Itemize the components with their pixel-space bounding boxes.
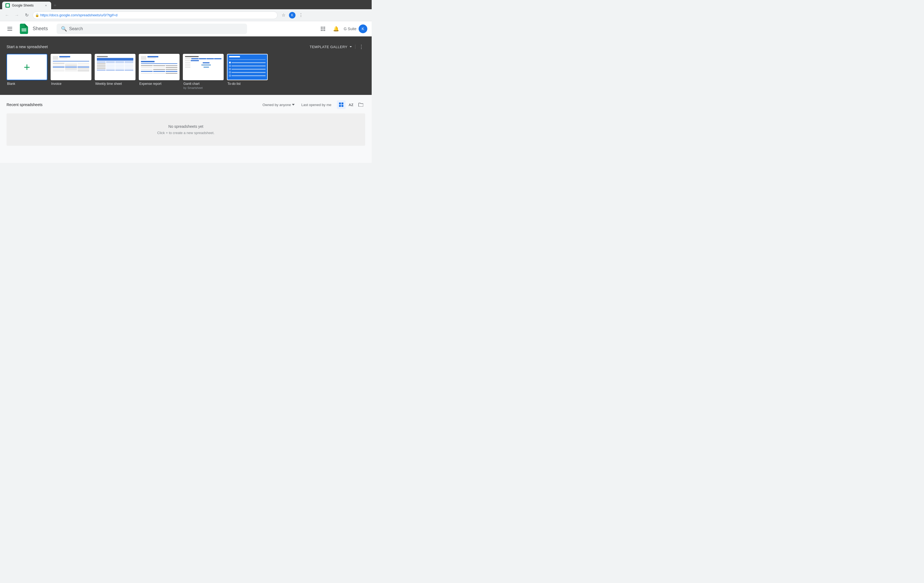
todo-thumbnail bbox=[227, 54, 268, 80]
recent-header: Recent spreadsheets Owned by anyone Last… bbox=[7, 100, 365, 109]
svg-rect-2 bbox=[7, 30, 12, 31]
template-todo[interactable]: To-do list bbox=[227, 54, 268, 86]
svg-rect-1 bbox=[7, 28, 12, 29]
section-header: Start a new spreadsheet TEMPLATE GALLERY… bbox=[7, 43, 365, 51]
notifications-button[interactable]: 🔔 bbox=[331, 23, 342, 34]
todo-thumb bbox=[228, 54, 267, 80]
expense-label: Expense report bbox=[139, 82, 180, 86]
lock-icon: 🔒 bbox=[35, 13, 39, 17]
search-placeholder: Search bbox=[69, 26, 83, 31]
svg-rect-0 bbox=[7, 27, 12, 28]
main-content: Start a new spreadsheet TEMPLATE GALLERY… bbox=[0, 36, 372, 95]
filter-chevron-icon bbox=[292, 104, 295, 105]
grid-view-button[interactable] bbox=[337, 100, 346, 109]
search-icon: 🔍 bbox=[61, 26, 67, 32]
gsuite-label: G Suite bbox=[344, 26, 356, 31]
empty-subtitle: Click + to create a new spreadsheet. bbox=[12, 131, 360, 135]
template-gantt[interactable]: Gantt chart by Smartsheet bbox=[183, 54, 224, 89]
svg-rect-6 bbox=[339, 102, 341, 104]
svg-rect-8 bbox=[339, 105, 341, 107]
sort-button[interactable]: Last opened by me bbox=[298, 101, 335, 109]
url-text: https://docs.google.com/spreadsheets/u/0… bbox=[40, 13, 117, 17]
start-section: Start a new spreadsheet TEMPLATE GALLERY… bbox=[0, 43, 372, 89]
templates-row: + Blank bbox=[7, 54, 365, 89]
address-bar-row: ← → ↻ 🔒 https://docs.google.com/spreadsh… bbox=[0, 9, 372, 21]
tab-title: Google Sheets bbox=[12, 3, 42, 7]
svg-rect-3 bbox=[21, 28, 26, 29]
hamburger-button[interactable] bbox=[4, 23, 15, 34]
todo-label: To-do list bbox=[227, 82, 268, 86]
header-right: 🔔 G Suite K bbox=[317, 23, 367, 34]
invoice-thumb bbox=[51, 54, 91, 80]
profile-button[interactable]: K bbox=[289, 12, 296, 19]
search-box[interactable]: 🔍 Search bbox=[56, 24, 247, 34]
invoice-label: Invoice bbox=[51, 82, 91, 86]
view-icons: AZ bbox=[337, 100, 365, 109]
app-header: Sheets 🔍 Search 🔔 G Suite K bbox=[0, 21, 372, 36]
empty-title: No spreadsheets yet bbox=[12, 124, 360, 128]
new-tab-button[interactable]: + bbox=[51, 2, 59, 9]
blank-thumbnail: + bbox=[7, 54, 47, 80]
blank-thumb: + bbox=[7, 54, 47, 80]
browser-tab-bar: Google Sheets × + bbox=[0, 0, 372, 9]
expense-thumbnail bbox=[139, 54, 180, 80]
toolbar-icons: ☆ K ⋮ bbox=[280, 12, 305, 19]
timesheet-thumb bbox=[95, 54, 135, 80]
timesheet-label: Weekly time sheet bbox=[95, 82, 135, 86]
bookmark-button[interactable]: ☆ bbox=[280, 12, 287, 19]
svg-rect-7 bbox=[342, 102, 343, 104]
template-gallery-button[interactable]: TEMPLATE GALLERY bbox=[310, 44, 353, 49]
template-expense[interactable]: Expense report bbox=[139, 54, 180, 86]
svg-rect-4 bbox=[21, 30, 26, 30]
refresh-button[interactable]: ↻ bbox=[23, 12, 30, 19]
back-button[interactable]: ← bbox=[3, 12, 11, 19]
template-invoice[interactable]: Invoice bbox=[51, 54, 91, 86]
user-avatar[interactable]: K bbox=[359, 25, 367, 33]
divider bbox=[355, 44, 355, 49]
recent-section: Recent spreadsheets Owned by anyone Last… bbox=[0, 95, 372, 163]
blank-label: Blank bbox=[7, 82, 47, 86]
tab-close-button[interactable]: × bbox=[44, 3, 48, 7]
apps-grid-button[interactable] bbox=[317, 23, 328, 34]
filter-label: Owned by anyone bbox=[262, 103, 291, 107]
svg-rect-9 bbox=[342, 105, 343, 107]
more-menu-button[interactable]: ⋮ bbox=[297, 12, 305, 19]
sort-az-button[interactable]: AZ bbox=[346, 100, 355, 109]
template-blank[interactable]: + Blank bbox=[7, 54, 47, 86]
recent-title: Recent spreadsheets bbox=[7, 102, 259, 107]
az-icon: AZ bbox=[348, 103, 353, 107]
timesheet-thumbnail bbox=[95, 54, 135, 80]
gantt-thumbnail bbox=[183, 54, 224, 80]
profile-avatar: K bbox=[289, 12, 295, 18]
template-gallery-label: TEMPLATE GALLERY bbox=[310, 45, 347, 49]
start-section-title: Start a new spreadsheet bbox=[7, 44, 48, 49]
gantt-label: Gantt chart bbox=[183, 82, 224, 86]
gantt-thumb bbox=[183, 54, 223, 80]
svg-rect-5 bbox=[21, 31, 26, 31]
plus-icon: + bbox=[24, 62, 30, 72]
invoice-thumbnail bbox=[51, 54, 91, 80]
empty-state: No spreadsheets yet Click + to create a … bbox=[7, 114, 365, 146]
expense-thumb bbox=[139, 54, 179, 80]
active-tab[interactable]: Google Sheets × bbox=[2, 2, 51, 9]
gantt-sublabel: by Smartsheet bbox=[183, 86, 224, 89]
more-options-button[interactable]: ⋮ bbox=[358, 43, 365, 51]
owned-by-filter[interactable]: Owned by anyone bbox=[259, 101, 298, 109]
forward-button[interactable]: → bbox=[13, 12, 21, 19]
folder-view-button[interactable] bbox=[356, 100, 365, 109]
template-timesheet[interactable]: Weekly time sheet bbox=[95, 54, 135, 86]
app-name: Sheets bbox=[33, 26, 48, 31]
expand-icon bbox=[348, 44, 353, 49]
tab-favicon bbox=[5, 3, 10, 8]
app-logo bbox=[18, 23, 30, 34]
address-bar[interactable]: 🔒 https://docs.google.com/spreadsheets/u… bbox=[33, 12, 277, 19]
